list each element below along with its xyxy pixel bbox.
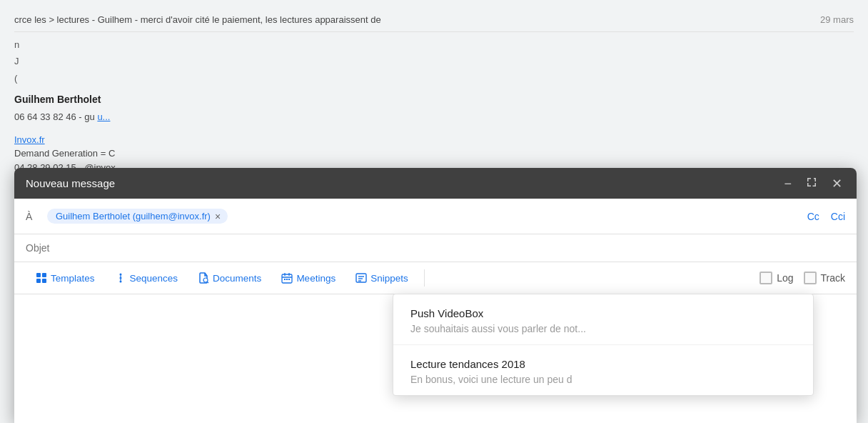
sequences-icon bbox=[115, 272, 126, 284]
compose-header-actions: − ✕ bbox=[781, 175, 845, 191]
snippet-preview-0: Je souhaitais aussi vous parler de not..… bbox=[410, 323, 796, 334]
templates-icon bbox=[36, 272, 47, 284]
compose-header: Nouveau message − ✕ bbox=[14, 168, 857, 199]
track-checkbox[interactable] bbox=[804, 272, 817, 284]
to-chips-area[interactable]: Guilhem Bertholet (guilhem@invox.fr) × bbox=[47, 209, 807, 224]
snippets-label: Snippets bbox=[370, 273, 408, 284]
svg-rect-2 bbox=[36, 279, 41, 283]
expand-icon bbox=[806, 176, 817, 188]
compose-modal: Nouveau message − ✕ À Guilhem Bertholet … bbox=[14, 168, 857, 423]
bg-top-text: crce les > lectures - Guilhem - merci d'… bbox=[14, 13, 854, 32]
snippets-button[interactable]: Snippets bbox=[345, 268, 418, 288]
bg-letter-c: ( bbox=[14, 71, 854, 86]
svg-rect-1 bbox=[42, 273, 46, 277]
remove-recipient-button[interactable]: × bbox=[215, 211, 221, 222]
svg-point-5 bbox=[119, 277, 121, 279]
compose-to-row: À Guilhem Bertholet (guilhem@invox.fr) ×… bbox=[14, 199, 857, 234]
compose-subject-row bbox=[14, 234, 857, 262]
svg-rect-13 bbox=[288, 279, 290, 280]
svg-point-6 bbox=[119, 281, 121, 283]
bg-letter-n: n bbox=[14, 38, 23, 52]
meetings-button[interactable]: Meetings bbox=[271, 268, 345, 288]
log-label: Log bbox=[777, 272, 793, 284]
minimize-button[interactable]: − bbox=[781, 176, 794, 191]
compose-title: Nouveau message bbox=[26, 177, 115, 189]
to-label: À bbox=[26, 211, 40, 222]
snippet-item-1[interactable]: Lecture tendances 2018 En bonus, voici u… bbox=[393, 345, 813, 395]
svg-point-9 bbox=[203, 278, 208, 282]
svg-rect-12 bbox=[286, 279, 288, 280]
sequences-button[interactable]: Sequences bbox=[105, 268, 188, 288]
toolbar-right: Log Track bbox=[760, 272, 845, 284]
meetings-label: Meetings bbox=[296, 273, 335, 284]
meetings-icon bbox=[281, 272, 293, 284]
templates-label: Templates bbox=[51, 273, 95, 284]
subject-input[interactable] bbox=[26, 242, 845, 254]
expand-button[interactable] bbox=[803, 175, 820, 191]
bg-letter-j: J bbox=[14, 54, 23, 69]
toolbar-separator bbox=[424, 269, 425, 287]
recipient-chip[interactable]: Guilhem Bertholet (guilhem@invox.fr) × bbox=[47, 209, 228, 224]
compose-toolbar: Templates Sequences Documents bbox=[14, 262, 857, 294]
sequences-label: Sequences bbox=[130, 273, 178, 284]
recipient-name: Guilhem Bertholet (guilhem@invox.fr) bbox=[56, 211, 211, 222]
bg-body: Guilhem Bertholet 06 64 33 82 46 - gu u.… bbox=[14, 92, 854, 174]
cc-button[interactable]: Cc bbox=[807, 211, 819, 222]
snippets-icon bbox=[355, 272, 367, 284]
log-checkbox[interactable] bbox=[760, 272, 772, 284]
snippet-preview-1: En bonus, voici une lecture un peu d bbox=[410, 374, 796, 385]
track-label: Track bbox=[821, 272, 845, 284]
track-toggle[interactable]: Track bbox=[804, 272, 845, 284]
svg-rect-0 bbox=[36, 273, 41, 277]
compose-to-right: Cc Cci bbox=[807, 211, 845, 222]
svg-point-4 bbox=[119, 274, 121, 276]
documents-label: Documents bbox=[213, 273, 261, 284]
snippets-dropdown: Push VideoBox Je souhaitais aussi vous p… bbox=[393, 294, 814, 396]
snippet-item-0[interactable]: Push VideoBox Je souhaitais aussi vous p… bbox=[393, 294, 813, 345]
bcc-button[interactable]: Cci bbox=[831, 211, 845, 222]
templates-button[interactable]: Templates bbox=[26, 268, 105, 288]
svg-rect-11 bbox=[284, 279, 286, 280]
close-button[interactable]: ✕ bbox=[829, 176, 845, 191]
snippet-title-0: Push VideoBox bbox=[410, 307, 796, 319]
snippet-title-1: Lecture tendances 2018 bbox=[410, 358, 796, 370]
log-toggle[interactable]: Log bbox=[760, 272, 793, 284]
documents-icon bbox=[198, 272, 209, 284]
documents-button[interactable]: Documents bbox=[188, 268, 271, 288]
svg-rect-3 bbox=[42, 279, 46, 283]
